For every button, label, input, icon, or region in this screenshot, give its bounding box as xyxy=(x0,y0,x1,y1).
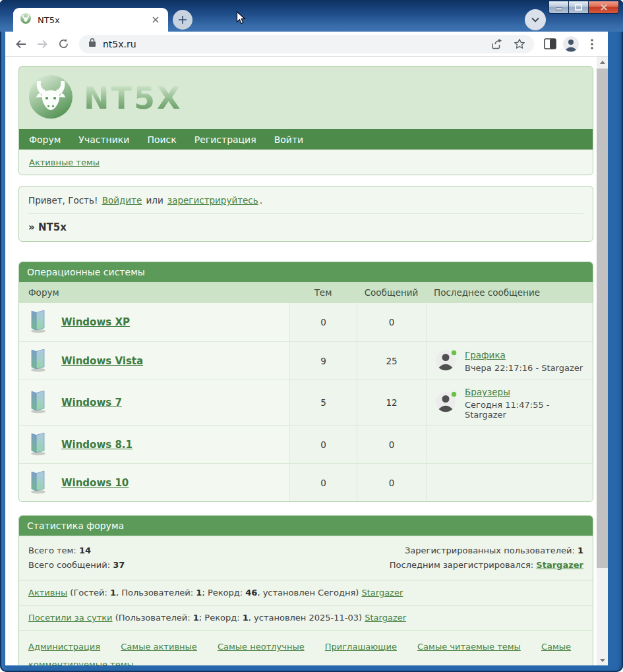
folder-icon xyxy=(28,389,47,416)
total-posts: Всего сообщений: 37 xyxy=(28,558,125,573)
topics-count: 0 xyxy=(289,426,357,463)
admin-link[interactable]: Администрация xyxy=(28,642,100,652)
bull-logo-icon xyxy=(27,73,74,123)
total-topics: Всего тем: 14 xyxy=(28,544,125,558)
maximize-button[interactable] xyxy=(569,1,589,14)
close-tab-icon[interactable] xyxy=(150,14,162,26)
profile-avatar-icon[interactable] xyxy=(562,35,580,53)
minimize-button[interactable] xyxy=(549,1,569,14)
topics-count: 9 xyxy=(289,342,357,379)
col-posts: Сообщений xyxy=(357,287,426,298)
scroll-up-icon[interactable] xyxy=(597,57,608,67)
menu-kebab-icon[interactable] xyxy=(583,35,601,53)
nav-item-members[interactable]: Участники xyxy=(78,134,129,145)
last-message-cell xyxy=(426,303,593,341)
login-link[interactable]: Войдите xyxy=(102,195,142,206)
folder-icon xyxy=(28,308,47,336)
last-message-info: Вчера 22:17:16 - Stargazer xyxy=(465,363,583,373)
tab-search-chevron-icon[interactable] xyxy=(525,9,546,30)
bookmark-star-icon[interactable] xyxy=(512,36,527,52)
user-avatar[interactable] xyxy=(434,348,458,374)
site-header: NT5X Форум Участники Поиск Регистрация В… xyxy=(18,66,593,175)
window-controls xyxy=(549,1,619,14)
stats-inline-link[interactable]: Stargazer xyxy=(365,613,406,623)
mouse-cursor xyxy=(236,11,246,28)
stats-active-row: Активны (Гостей: 1, Пользователей: 1; Ре… xyxy=(19,580,593,605)
active-topics-link[interactable]: Активные темы xyxy=(29,157,100,167)
stats-title: Статистика форума xyxy=(19,516,593,536)
last-message-cell xyxy=(426,426,593,463)
most-active-link[interactable]: Самые активные xyxy=(121,642,197,652)
welcome-message: Привет, Гость! Войдите или зарегистрируй… xyxy=(28,195,583,206)
address-bar[interactable]: nt5x.ru xyxy=(79,35,534,53)
last-topic-link[interactable]: Графика xyxy=(465,350,506,360)
forum-link[interactable]: Windows 10 xyxy=(61,477,129,489)
nav-item-forum[interactable]: Форум xyxy=(29,134,61,145)
last-message-cell xyxy=(426,464,593,501)
forum-link[interactable]: Windows XP xyxy=(61,316,130,328)
bull-favicon xyxy=(20,13,32,27)
stats-links-row: Администрация Самые активные Самые неотл… xyxy=(19,630,593,665)
posts-count: 0 xyxy=(357,426,426,463)
scrollbar[interactable] xyxy=(597,57,608,665)
forum-category-box: Операционные системы Форум Тем Сообщений… xyxy=(18,262,593,502)
browser-window: NT5x xyxy=(0,0,623,672)
close-window-button[interactable] xyxy=(589,1,619,14)
last-topic-link[interactable]: Браузеры xyxy=(465,387,510,397)
col-forum: Форум xyxy=(19,287,289,298)
posts-count: 12 xyxy=(357,380,426,425)
folder-icon xyxy=(28,347,47,375)
tab-title: NT5x xyxy=(38,15,144,25)
col-topics: Тем xyxy=(289,287,357,298)
table-row: Windows Vista 9 25 Графика Вчера 22:17:1… xyxy=(19,341,593,379)
page-viewport: NT5X Форум Участники Поиск Регистрация В… xyxy=(5,57,608,665)
registered-users: Зарегистрированных пользователей: 1 xyxy=(390,544,583,558)
topics-count: 0 xyxy=(289,303,357,341)
page-area: NT5X Форум Участники Поиск Регистрация В… xyxy=(5,57,597,665)
site-logo-text: NT5X xyxy=(84,80,182,116)
stats-inline-link[interactable]: Stargazer xyxy=(361,588,403,598)
greeting-text: Привет, Гость! xyxy=(28,195,101,206)
stats-inline-link[interactable]: Активны xyxy=(28,588,67,598)
conj-text: или xyxy=(146,195,163,206)
most-steadfast-link[interactable]: Самые неотлучные xyxy=(218,642,305,652)
forward-icon[interactable] xyxy=(33,35,51,53)
refresh-icon[interactable] xyxy=(54,35,73,53)
new-tab-button[interactable] xyxy=(173,10,193,30)
topics-count: 0 xyxy=(289,464,357,501)
forum-link[interactable]: Windows 7 xyxy=(61,397,122,408)
nav-item-register[interactable]: Регистрация xyxy=(194,134,256,145)
table-row: Windows 8.1 0 0 xyxy=(19,425,593,463)
board-title: » NT5x xyxy=(28,221,583,233)
welcome-box: Привет, Гость! Войдите или зарегистрируй… xyxy=(18,186,593,242)
divider xyxy=(28,213,583,213)
last-registered: Последним зарегистрировался: Stargazer xyxy=(390,558,583,573)
nav-item-search[interactable]: Поиск xyxy=(147,134,176,145)
register-link[interactable]: зарегистрируйтесь xyxy=(167,195,258,206)
lock-icon xyxy=(88,38,96,50)
scroll-down-icon[interactable] xyxy=(597,655,608,665)
last-registered-user-link[interactable]: Stargazer xyxy=(536,560,583,570)
folder-icon xyxy=(28,469,47,497)
stats-inline-link[interactable]: Посетили за сутки xyxy=(28,613,113,623)
topics-count: 5 xyxy=(289,380,357,425)
forum-link[interactable]: Windows 8.1 xyxy=(61,439,133,451)
table-row: Windows XP 0 0 xyxy=(19,303,593,341)
side-panel-icon[interactable] xyxy=(541,35,559,53)
user-avatar[interactable] xyxy=(434,389,458,416)
forum-link[interactable]: Windows Vista xyxy=(61,355,143,367)
table-row: Windows 7 5 12 Браузеры Сегодня 11:47:55… xyxy=(19,379,593,425)
back-icon[interactable] xyxy=(12,35,30,53)
share-icon[interactable] xyxy=(489,36,505,52)
last-message-cell: Графика Вчера 22:17:16 - Stargazer xyxy=(426,342,593,379)
table-row: Windows 10 0 0 xyxy=(19,463,593,501)
stats-visited-row: Посетили за сутки (Пользователей: 1; Рек… xyxy=(19,605,593,630)
browser-tab[interactable]: NT5x xyxy=(13,8,168,32)
most-read-topics-link[interactable]: Самые читаемые темы xyxy=(417,642,521,652)
folder-icon xyxy=(28,431,47,459)
nav-item-login[interactable]: Войти xyxy=(274,134,304,145)
url-text[interactable]: nt5x.ru xyxy=(103,39,483,49)
inviters-link[interactable]: Приглашающие xyxy=(325,642,397,652)
main-nav: Форум Участники Поиск Регистрация Войти xyxy=(19,129,593,150)
scrollbar-thumb[interactable] xyxy=(597,69,608,568)
